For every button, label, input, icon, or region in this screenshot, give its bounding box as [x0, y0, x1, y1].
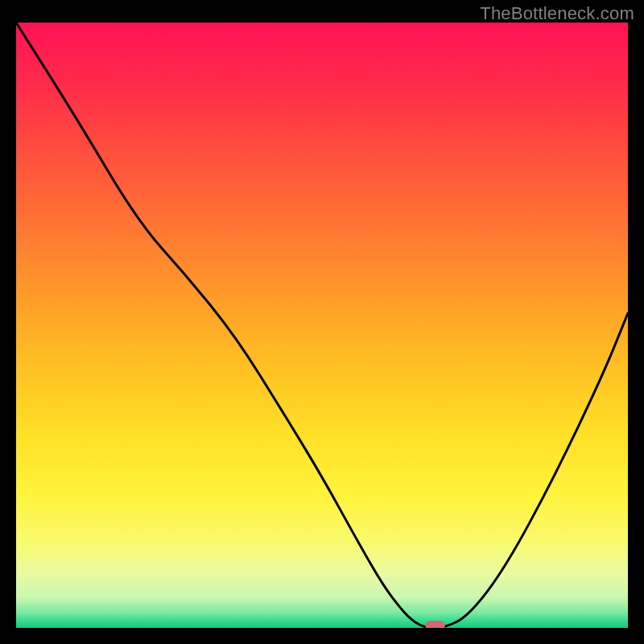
optimal-point-marker: [426, 621, 445, 628]
chart-frame: TheBottleneck.com: [0, 0, 644, 644]
plot-area: [16, 23, 628, 628]
watermark-text: TheBottleneck.com: [480, 3, 634, 24]
bottleneck-chart: [16, 23, 628, 628]
gradient-background: [16, 23, 628, 628]
